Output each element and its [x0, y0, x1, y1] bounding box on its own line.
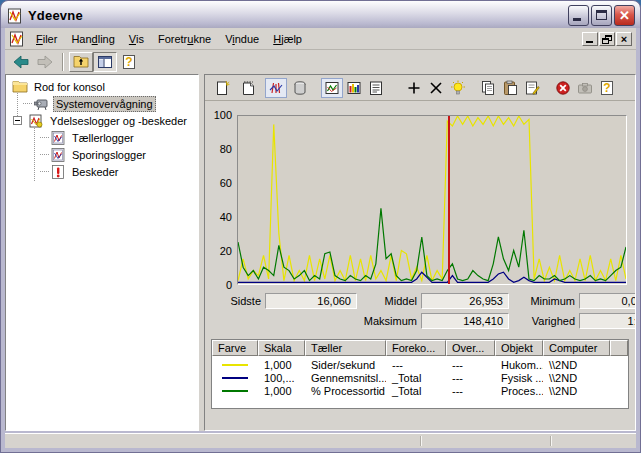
- view-histogram-button[interactable]: [343, 78, 365, 98]
- tree-item-logs[interactable]: Ydelseslogger og -beskeder: [6, 112, 198, 129]
- console-window-icon: [9, 31, 25, 47]
- duration-value: 1:40: [579, 313, 636, 329]
- clear-display-button[interactable]: [237, 78, 259, 98]
- tree-item-sysmon[interactable]: Systemovervågning: [6, 95, 198, 112]
- collapse-toggle[interactable]: [13, 116, 22, 125]
- highlight-button[interactable]: [447, 78, 469, 98]
- chart-lines: [238, 116, 626, 284]
- forward-button[interactable]: [33, 52, 57, 72]
- column-header-computer[interactable]: Computer: [543, 340, 610, 356]
- sysmon-help-icon: ?: [599, 80, 615, 96]
- menu-vindue[interactable]: Vindue: [218, 30, 266, 48]
- child-minimize-button[interactable]: [582, 32, 598, 46]
- up-one-level-button[interactable]: [69, 52, 93, 72]
- average-label: Middel: [361, 295, 417, 307]
- series-color-swatch: [222, 390, 248, 392]
- child-restore-button[interactable]: [599, 32, 615, 46]
- sysmon-help-button[interactable]: ?: [596, 78, 618, 98]
- minimum-label: Minimum: [513, 295, 575, 307]
- view-log-data-button[interactable]: [289, 78, 311, 98]
- menu-hjaelp[interactable]: Hjælp: [266, 30, 309, 48]
- cell-instance: _Total: [386, 372, 446, 384]
- copy-properties-button[interactable]: [477, 78, 499, 98]
- new-counter-set-button[interactable]: [211, 78, 233, 98]
- performance-app-icon: [7, 8, 23, 24]
- paste-counter-list-button[interactable]: [499, 78, 521, 98]
- legend-header-row: Farve Skala Tæller Foreko... Over... Obj…: [212, 340, 628, 356]
- database-icon: [292, 80, 308, 96]
- column-header-forekomst[interactable]: Foreko...: [386, 340, 446, 356]
- sysmon-toolbar: ?: [205, 75, 635, 101]
- maximize-button[interactable]: [591, 5, 612, 26]
- minimum-value: 0,000: [579, 293, 636, 309]
- menu-filer[interactable]: Filer: [29, 30, 64, 48]
- show-console-tree-button[interactable]: [93, 52, 117, 72]
- report-icon: [368, 80, 384, 96]
- back-button[interactable]: [9, 52, 33, 72]
- minimize-button[interactable]: [568, 5, 589, 26]
- chart-plot[interactable]: [237, 115, 627, 285]
- update-data-button[interactable]: [574, 78, 596, 98]
- cell-counter: Sider/sekund: [305, 359, 386, 371]
- column-header-farve[interactable]: Farve: [212, 340, 258, 356]
- view-graph-button[interactable]: [321, 78, 343, 98]
- histogram-icon: [346, 80, 362, 96]
- column-header-filler: [610, 340, 628, 356]
- help-icon: ?: [121, 54, 137, 70]
- lightbulb-icon: [450, 80, 466, 96]
- cell-scale: 100,...: [258, 372, 305, 384]
- child-close-button[interactable]: ×: [616, 32, 632, 46]
- tree-label-sysmon[interactable]: Systemovervågning: [53, 96, 156, 112]
- tree-item-trace-logs[interactable]: Sporingslogger: [6, 146, 198, 163]
- series-color-swatch: [222, 377, 248, 379]
- maximum-label: Maksimum: [219, 315, 417, 327]
- titlebar[interactable]: Ydeevne ✕: [1, 1, 640, 28]
- cell-object: Proces...: [495, 385, 543, 397]
- system-monitor-icon: [33, 96, 49, 112]
- properties-button[interactable]: [521, 78, 543, 98]
- chart-area: 100 80 60 40 20 0: [205, 101, 635, 289]
- tree-item-counter-logs[interactable]: Tællerlogger: [6, 129, 198, 146]
- y-tick: 80: [220, 143, 232, 155]
- view-report-button[interactable]: [365, 78, 387, 98]
- menu-handling[interactable]: Handling: [64, 30, 121, 48]
- console-tree-pane: Rod for konsol Systemovervågning: [5, 74, 199, 431]
- back-arrow-icon: [13, 54, 29, 70]
- cell-computer: \\2ND: [543, 372, 610, 384]
- duration-label: Varighed: [513, 315, 575, 327]
- performance-logs-icon: [28, 113, 44, 129]
- close-button[interactable]: ✕: [614, 5, 635, 26]
- window-title: Ydeevne: [28, 8, 83, 23]
- freeze-display-button[interactable]: [552, 78, 574, 98]
- child-close-icon: ×: [617, 33, 631, 45]
- maximize-icon: [596, 10, 607, 20]
- column-header-skala[interactable]: Skala: [258, 340, 305, 356]
- svg-text:?: ?: [603, 81, 610, 95]
- help-button[interactable]: ?: [117, 52, 141, 72]
- menu-vis[interactable]: Vis: [122, 30, 151, 48]
- legend-row-processor[interactable]: 1,000 % Processortid _Total --- Proces..…: [212, 384, 628, 397]
- console-tree-icon: [97, 54, 113, 70]
- status-section: [552, 434, 636, 448]
- column-header-overordnet[interactable]: Over...: [446, 340, 495, 356]
- column-header-objekt[interactable]: Objekt: [495, 340, 543, 356]
- cell-parent: ---: [446, 359, 495, 371]
- delete-counter-button[interactable]: [425, 78, 447, 98]
- average-value: 26,953: [421, 293, 509, 309]
- camera-icon: [577, 80, 593, 96]
- counter-legend: Farve Skala Tæller Foreko... Over... Obj…: [211, 339, 629, 409]
- cell-scale: 1,000: [258, 385, 305, 397]
- tree-item-root[interactable]: Rod for konsol: [6, 78, 198, 95]
- svg-text:?: ?: [125, 55, 132, 69]
- cell-object: Fysisk ...: [495, 372, 543, 384]
- column-header-taeller[interactable]: Tæller: [305, 340, 386, 356]
- tree-item-alerts[interactable]: Beskeder: [6, 163, 198, 180]
- maximum-value: 148,410: [421, 313, 509, 329]
- view-current-activity-button[interactable]: [265, 78, 287, 98]
- legend-row-disk-queue[interactable]: 100,... Gennemsnitsl... _Total --- Fysis…: [212, 371, 628, 384]
- navigation-toolbar: ?: [5, 50, 636, 74]
- menu-foretrukne[interactable]: Foretrukne: [151, 30, 218, 48]
- legend-row-pages[interactable]: 1,000 Sider/sekund --- --- Hukom... \\2N…: [212, 358, 628, 371]
- main-area: Rod for konsol Systemovervågning: [5, 74, 636, 431]
- add-counter-button[interactable]: [403, 78, 425, 98]
